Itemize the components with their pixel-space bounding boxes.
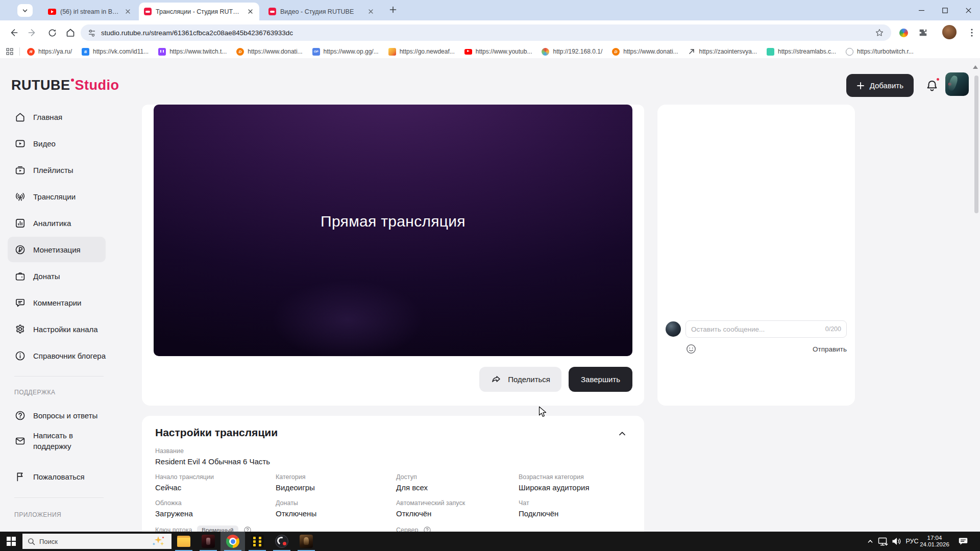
- bookmark-item[interactable]: https://www.youtub...: [464, 48, 532, 55]
- extension-colorful-icon[interactable]: [897, 27, 910, 39]
- bookmark-item[interactable]: https://streamlabs.c...: [767, 48, 836, 56]
- taskbar-app-game1[interactable]: [196, 532, 220, 551]
- bookmark-item[interactable]: OPhttps://www.op.gg/...: [312, 48, 379, 56]
- mail-icon: [14, 435, 26, 447]
- youtube-favicon-icon: [464, 49, 472, 55]
- arrow-favicon-icon: [688, 48, 696, 56]
- taskbar-search-input[interactable]: [39, 538, 147, 545]
- window-maximize-button[interactable]: [933, 0, 957, 20]
- gear-icon: [14, 323, 26, 335]
- bookmark-item[interactable]: Яhttps://ya.ru/: [27, 48, 72, 56]
- tab-rutube-video[interactable]: Видео - Студия RUTUBE: [263, 3, 380, 20]
- share-arrow-icon: [491, 374, 502, 385]
- bookmark-item[interactable]: https://turbotwitch.r...: [846, 48, 914, 56]
- browser-menu-icon[interactable]: [966, 27, 978, 39]
- window-close-button[interactable]: [957, 0, 980, 20]
- tray-hidden-icons-button[interactable]: [865, 532, 876, 551]
- field-age: Возрастная категорияШирокая аудитория: [519, 473, 631, 492]
- sidebar-item-monetization[interactable]: Монетизация: [14, 236, 81, 263]
- tab-youtube[interactable]: (56) irl stream in Benin вы - You...: [43, 3, 137, 20]
- extensions-puzzle-icon[interactable]: [917, 27, 929, 39]
- stream-settings-card: Настройки трансляции Название Resident E…: [142, 416, 644, 532]
- sidebar-item-write-support[interactable]: Написать в поддержку: [14, 427, 94, 455]
- game-icon: [202, 535, 215, 548]
- new-tab-button[interactable]: [388, 5, 398, 15]
- forward-button[interactable]: [27, 27, 39, 39]
- notifications-bell-button[interactable]: [925, 79, 939, 93]
- comment-icon: [14, 297, 26, 309]
- tray-notifications-button[interactable]: 4: [958, 532, 980, 551]
- sidebar-item-faq[interactable]: Вопросы и ответы: [14, 402, 97, 429]
- obs-icon: [275, 535, 288, 548]
- bookmark-item[interactable]: Dhttps://www.donati...: [236, 48, 302, 56]
- chat-char-counter: 0/200: [825, 325, 841, 333]
- sidebar-item-video[interactable]: Видео: [14, 130, 56, 157]
- stream-key-row: Ключ потока Временный: [155, 525, 396, 532]
- sidebar-item-channel-settings[interactable]: Настройки канала: [14, 316, 98, 342]
- collapse-section-button[interactable]: [617, 428, 628, 439]
- help-icon[interactable]: [423, 526, 431, 532]
- share-button[interactable]: Поделиться: [479, 367, 561, 392]
- tab-search-button[interactable]: [17, 4, 33, 17]
- bookmark-item[interactable]: https://www.twitch.t...: [158, 48, 227, 56]
- taskbar-app-yellow[interactable]: [245, 532, 270, 551]
- url-text[interactable]: studio.rutube.ru/stream/61361cfbca2c08ae…: [101, 29, 870, 37]
- chat-message-input[interactable]: 0/200: [685, 320, 847, 338]
- plus-icon: [388, 5, 398, 15]
- bookmark-item[interactable]: https://go.newdeaf...: [388, 48, 455, 56]
- scrollbar-thumb[interactable]: [974, 76, 978, 213]
- add-button[interactable]: Добавить: [846, 74, 914, 97]
- tab-close-icon[interactable]: [246, 8, 254, 16]
- tray-volume-button[interactable]: [890, 532, 902, 551]
- chat-send-button[interactable]: Отправить: [813, 345, 847, 353]
- bookmark-item[interactable]: http://192.168.0.1/: [542, 48, 602, 56]
- bookmark-star-icon[interactable]: [875, 28, 884, 37]
- home-button[interactable]: [64, 27, 77, 39]
- mouse-cursor: [538, 406, 550, 418]
- sidebar-item-donations[interactable]: Донаты: [14, 263, 60, 289]
- sidebar-item-home[interactable]: Главная: [14, 104, 62, 130]
- playlists-icon: [14, 164, 26, 176]
- help-icon[interactable]: [243, 526, 252, 532]
- sidebar-item-playlists[interactable]: Плейлисты: [14, 157, 74, 183]
- finish-stream-button[interactable]: Завершить: [569, 367, 632, 392]
- close-icon: [966, 8, 971, 13]
- tray-network-button[interactable]: [877, 532, 889, 551]
- address-bar[interactable]: studio.rutube.ru/stream/61361cfbca2c08ae…: [81, 24, 891, 41]
- tab-title: Трансляции - Студия RUTUBE: [156, 8, 242, 15]
- bookmark-item[interactable]: https://zaointersvya...: [688, 48, 757, 56]
- chat-input-field[interactable]: [691, 325, 825, 333]
- window-minimize-button[interactable]: [910, 0, 933, 20]
- bookmark-item[interactable]: Вhttps://vk.com/id11...: [82, 48, 149, 56]
- field-name: Название Resident Evil 4 Обычная 6 Часть: [155, 447, 631, 466]
- tab-title: (56) irl stream in Benin вы - You...: [60, 8, 119, 15]
- start-button[interactable]: [5, 535, 17, 547]
- taskbar-app-game2[interactable]: [294, 532, 318, 551]
- profile-avatar[interactable]: [942, 25, 957, 39]
- sidebar-item-analytics[interactable]: Аналитика: [14, 210, 71, 236]
- back-button[interactable]: [7, 27, 19, 39]
- chat-user-avatar: [666, 321, 681, 337]
- taskbar-search-box[interactable]: [22, 534, 172, 549]
- field-cover: ОбложкаЗагружена: [155, 499, 276, 518]
- taskbar-app-explorer[interactable]: [172, 532, 196, 551]
- tab-rutube-streams[interactable]: Трансляции - Студия RUTUBE: [139, 3, 259, 20]
- tray-clock[interactable]: 17:04 24.01.2026: [917, 532, 952, 551]
- scrollbar-up-arrow[interactable]: [973, 65, 978, 69]
- sidebar-item-comments[interactable]: Комментарии: [14, 289, 81, 316]
- reload-button[interactable]: [46, 27, 58, 39]
- apps-grid-icon[interactable]: [6, 48, 13, 55]
- sidebar-item-blogger-guide[interactable]: Справочник блогера: [14, 342, 106, 369]
- taskbar-app-obs[interactable]: [270, 532, 294, 551]
- user-avatar[interactable]: [945, 72, 969, 96]
- divider: [14, 376, 104, 377]
- sidebar-item-streams[interactable]: Трансляции: [14, 183, 76, 210]
- bookmark-item[interactable]: Dhttps://www.donati...: [612, 48, 678, 56]
- tab-close-icon[interactable]: [366, 8, 375, 16]
- sidebar-item-report[interactable]: Пожаловаться: [14, 463, 85, 490]
- live-stream-player[interactable]: Прямая трансляция: [154, 105, 632, 356]
- tab-close-icon[interactable]: [124, 8, 132, 16]
- browser-toolbar: studio.rutube.ru/stream/61361cfbca2c08ae…: [0, 20, 980, 45]
- taskbar-app-chrome[interactable]: [220, 532, 245, 551]
- emoji-smiley-icon[interactable]: [685, 343, 697, 355]
